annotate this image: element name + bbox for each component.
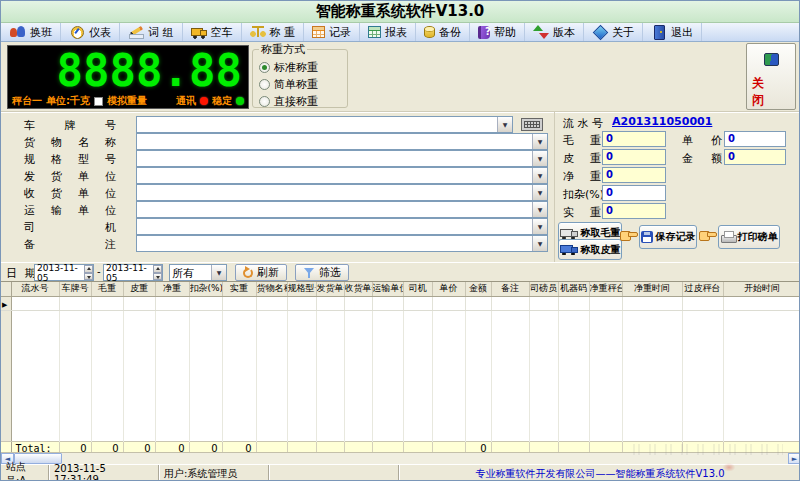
toolbar-button-about[interactable]: 关于 <box>584 23 643 41</box>
goods-name-combobox[interactable] <box>136 133 548 150</box>
toolbar-button-version[interactable]: 版本 <box>525 23 584 41</box>
stable-label: 稳定 <box>212 94 232 108</box>
keyboard-icon[interactable] <box>521 118 543 131</box>
column-header[interactable]: 机器码 <box>558 282 589 296</box>
column-header[interactable]: 收货单位 <box>344 282 372 296</box>
gauge-icon <box>69 25 85 39</box>
toolbar-button-shift[interactable]: 换班 <box>2 23 61 41</box>
grid-header-row: 流水号 车牌号 毛重 皮重 净重 扣杂(%) 实重 货物名称 规格型号 发货单位… <box>1 282 800 296</box>
column-header[interactable]: 实重 <box>222 282 256 296</box>
amount-field[interactable]: 0 <box>724 149 786 165</box>
take-tare-button[interactable]: 称取皮重 <box>558 239 622 260</box>
column-header[interactable]: 净重秤台 <box>589 282 622 296</box>
column-header[interactable]: 金额 <box>465 282 491 296</box>
column-header[interactable]: 过皮秤台 <box>682 282 723 296</box>
take-gross-label: 称取毛重 <box>581 226 621 240</box>
scrollbar-track[interactable] <box>62 453 788 464</box>
toolbar-button-weigh[interactable]: 称 重 <box>242 23 305 41</box>
remark-combobox[interactable] <box>136 235 548 252</box>
column-header[interactable]: 扣杂(%) <box>189 282 222 296</box>
tare-weight-field[interactable]: 0 <box>602 149 666 165</box>
plate-number-combobox[interactable] <box>136 116 513 133</box>
chevron-down-icon[interactable] <box>532 185 547 200</box>
filter-button[interactable]: 筛选 <box>295 264 349 281</box>
column-header[interactable]: 毛重 <box>91 282 123 296</box>
weight-readout: 8888.88 <box>8 46 248 94</box>
toolbar-button-exit[interactable]: 退出 <box>643 23 702 41</box>
column-header[interactable]: 备注 <box>491 282 529 296</box>
column-header[interactable]: 单价 <box>432 282 465 296</box>
save-record-button[interactable]: 保存记录 <box>639 225 697 249</box>
radio-simple-weigh[interactable]: 简单称重 <box>259 77 343 92</box>
toolbar-button-phrase[interactable]: 词 组 <box>120 23 183 41</box>
toolbar-label: 称 重 <box>270 25 296 40</box>
column-header[interactable]: 车牌号 <box>59 282 91 296</box>
scope-dropdown[interactable]: 所有 <box>169 264 227 281</box>
toolbar-button-help[interactable]: 帮助 <box>470 23 525 41</box>
truck-icon <box>191 25 207 39</box>
chevron-down-icon[interactable] <box>211 265 226 280</box>
refresh-button[interactable]: 刷新 <box>235 264 287 281</box>
chevron-down-icon[interactable] <box>532 134 547 149</box>
receiver-combobox[interactable] <box>136 184 548 201</box>
form-row: 运输单位 <box>1 201 554 218</box>
unit-price-field[interactable]: 0 <box>724 131 786 147</box>
column-header[interactable]: 运输单位 <box>372 282 403 296</box>
chevron-down-icon[interactable] <box>532 151 547 166</box>
spin-down-icon[interactable] <box>153 273 162 281</box>
impurity-field[interactable]: 0 <box>602 185 666 201</box>
column-header[interactable]: 司机 <box>403 282 432 296</box>
phrase-icon <box>128 25 144 39</box>
column-header[interactable]: 开始时间 <box>723 282 800 296</box>
receiver-label: 收货单位 <box>24 186 116 201</box>
column-header[interactable]: 流水号 <box>11 282 59 296</box>
driver-combobox[interactable] <box>136 218 548 235</box>
spin-up-icon[interactable] <box>84 265 93 273</box>
toolbar-button-meter[interactable]: 仪表 <box>61 23 120 41</box>
form-row: 车牌号 <box>1 116 554 133</box>
simulate-weight-checkbox[interactable] <box>94 97 103 106</box>
print-ticket-button[interactable]: 打印磅单 <box>718 225 780 249</box>
stable-indicator <box>236 97 244 105</box>
spin-up-icon[interactable] <box>153 265 162 273</box>
column-header[interactable]: 净重时间 <box>622 282 682 296</box>
combobox-value <box>137 168 532 183</box>
grid-empty-row[interactable] <box>1 296 800 310</box>
column-header[interactable]: 规格型号 <box>287 282 316 296</box>
station-cell: 站点号:A <box>1 465 49 481</box>
scroll-right-icon[interactable] <box>788 453 800 464</box>
spin-down-icon[interactable] <box>84 273 93 281</box>
chevron-down-icon[interactable] <box>497 117 512 132</box>
spec-model-combobox[interactable] <box>136 150 548 167</box>
column-header[interactable]: 货物名称 <box>256 282 287 296</box>
chevron-down-icon[interactable] <box>532 219 547 234</box>
date-to-input[interactable]: 2013-11-05 <box>103 264 163 281</box>
chevron-down-icon[interactable] <box>532 236 547 251</box>
unit-price-label: 单价 <box>682 133 722 148</box>
chevron-down-icon[interactable] <box>532 168 547 183</box>
radio-direct-weigh[interactable]: 直接称重 <box>259 94 343 109</box>
simulate-weight-label: 模拟重量 <box>107 94 147 108</box>
toolbar-button-empty-truck[interactable]: 空车 <box>183 23 242 41</box>
column-header[interactable]: 皮重 <box>123 282 155 296</box>
date-spinner[interactable] <box>84 265 93 280</box>
transporter-label: 运输单位 <box>24 203 116 218</box>
toolbar-label: 词 组 <box>148 25 174 40</box>
toolbar-button-records[interactable]: 记录 <box>304 23 360 41</box>
column-header[interactable]: 司磅员 <box>529 282 558 296</box>
chevron-down-icon[interactable] <box>532 202 547 217</box>
net-weight-field[interactable]: 0 <box>602 167 666 183</box>
close-button[interactable]: 关 闭 <box>746 43 796 110</box>
date-spinner[interactable] <box>153 265 162 280</box>
actual-weight-field[interactable]: 0 <box>602 203 666 219</box>
toolbar-button-backup[interactable]: 备份 <box>416 23 470 41</box>
serial-label: 流水号 <box>563 116 603 131</box>
column-header[interactable]: 发货单位 <box>316 282 344 296</box>
date-from-input[interactable]: 2013-11-05 <box>34 264 94 281</box>
transporter-combobox[interactable] <box>136 201 548 218</box>
column-header[interactable]: 净重 <box>155 282 189 296</box>
radio-standard-weigh[interactable]: 标准称重 <box>259 60 343 75</box>
gross-weight-field[interactable]: 0 <box>602 131 666 147</box>
shipper-combobox[interactable] <box>136 167 548 184</box>
toolbar-button-report[interactable]: 报表 <box>360 23 416 41</box>
